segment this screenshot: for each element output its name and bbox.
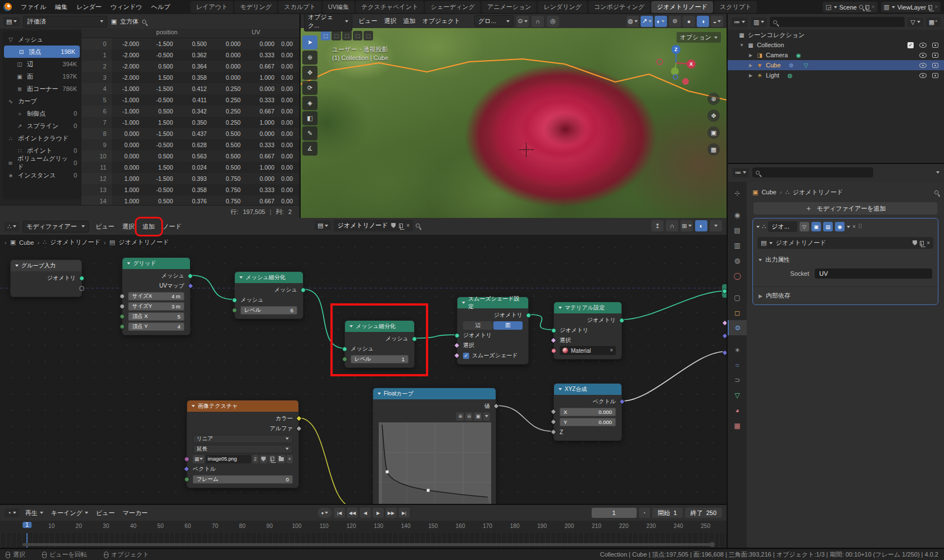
sidebar-item-面[interactable]: ▣面197K: [2, 70, 81, 83]
realtime-toggle[interactable]: ▤: [823, 222, 833, 231]
sidebar-item-ポイントクラウド[interactable]: ∴ポイントクラウド: [2, 132, 81, 144]
nodetree-icon[interactable]: ▤: [315, 221, 331, 230]
overlays-chevron-icon[interactable]: [710, 220, 722, 231]
field-サイズX[interactable]: サイズX4 m: [128, 292, 184, 301]
outliner-row-Camera[interactable]: ▶◨Camera◉: [728, 50, 944, 60]
node-combine-xyz[interactable]: XYZ合成ベクトルX0.000Y0.000Z: [553, 383, 622, 441]
node-header[interactable]: Floatカーブ: [373, 388, 496, 399]
field-フレーム[interactable]: フレーム0: [193, 475, 293, 484]
cursor-tool-icon[interactable]: ⊕: [302, 51, 317, 65]
properties-tab-output[interactable]: ▤: [728, 222, 747, 238]
node-image-texture[interactable]: 画像テクスチャカラーアルファリニア延長▦image05.png2×ベクトルフレー…: [187, 400, 299, 488]
zoom-out-icon[interactable]: ⊖: [465, 412, 473, 421]
outliner-row-シーンコレクション[interactable]: ▦シーンコレクション: [728, 30, 944, 40]
socket-uv-field[interactable]: UV: [815, 268, 932, 279]
socket-img[interactable]: [184, 457, 189, 462]
node-subdiv-1[interactable]: メッシュ細分化メッシュメッシュレベル6: [234, 271, 303, 319]
grid-toggle-icon[interactable]: ▦: [707, 143, 720, 156]
image-icon[interactable]: ▦: [193, 455, 205, 463]
modifier-name-field[interactable]: ジオ...: [768, 221, 797, 232]
measure-tool-icon[interactable]: ∡: [302, 142, 317, 156]
node-set-shade-smooth[interactable]: スムーズシェード設定ジオメトリ辺面ジオメトリ選択✓スムーズシェード: [457, 297, 529, 365]
current-frame-field[interactable]: 1: [592, 508, 637, 518]
zoom-icon[interactable]: ⊕: [707, 93, 720, 105]
render-toggle[interactable]: ◉: [835, 222, 845, 231]
sidebar-item-辺[interactable]: ◫辺394K: [2, 58, 81, 70]
socket-geo[interactable]: [619, 318, 624, 323]
transform-tool-icon[interactable]: ◧: [302, 111, 317, 125]
node-grid[interactable]: グリッドメッシュUVマップサイズX4 mサイズY3 m頂点 X5頂点 Y4: [122, 257, 190, 335]
cage-toggle[interactable]: ▣: [811, 222, 821, 231]
properties-tab-world[interactable]: ◯: [728, 268, 747, 283]
parent-tree-icon[interactable]: ↥: [651, 220, 664, 231]
pan-hand-icon[interactable]: ✥: [707, 110, 720, 122]
timeline-menu-ビュー[interactable]: ビュー: [93, 508, 119, 518]
socket-geo[interactable]: [551, 328, 556, 333]
node-header[interactable]: XYZ合成: [554, 384, 621, 395]
socket-geo[interactable]: [412, 336, 417, 342]
socket-int[interactable]: [232, 308, 237, 313]
annotate-tool-icon[interactable]: ✎: [302, 126, 317, 140]
outliner-row-Collection[interactable]: ▼▦Collection✓: [728, 40, 944, 50]
next-keyframe-button[interactable]: ▶▶: [385, 508, 397, 518]
socket-bd[interactable]: [453, 342, 460, 348]
auto-key-button[interactable]: ●: [317, 508, 332, 518]
editor-type-button[interactable]: ≔: [732, 168, 749, 177]
socket-fd[interactable]: [550, 408, 556, 415]
node-menu-選択[interactable]: 選択: [119, 221, 138, 232]
node-header[interactable]: 画像テクスチャ: [187, 400, 298, 412]
select-tool-icon[interactable]: ➤: [302, 35, 317, 49]
fake-user-shield-icon[interactable]: [260, 455, 267, 463]
fake-user-shield-icon[interactable]: [391, 223, 396, 228]
float-curve-widget[interactable]: [379, 422, 491, 504]
blender-logo-icon[interactable]: [3, 3, 12, 11]
material-field[interactable]: Material×: [560, 346, 616, 355]
socket-bd[interactable]: [721, 320, 727, 326]
node-header[interactable]: メッシュ細分化: [235, 272, 303, 283]
node-menu-ノード[interactable]: ノード: [160, 221, 185, 232]
eye-icon[interactable]: [919, 73, 927, 78]
copy-icon[interactable]: [865, 5, 869, 10]
gizmo-axis-negz[interactable]: [673, 74, 678, 80]
sidebar-item-制御点[interactable]: ○制御点0: [2, 107, 81, 120]
node-header[interactable]: グループ入力: [11, 260, 81, 271]
add-modifier-button[interactable]: ＋モディファイアーを追加: [754, 202, 937, 215]
select-mode-tweak-icon[interactable]: ⬚: [321, 31, 330, 40]
move-tool-icon[interactable]: ✥: [302, 66, 317, 80]
button-辺[interactable]: 辺: [463, 321, 493, 330]
socket-geo[interactable]: [301, 288, 306, 293]
socket-int[interactable]: [120, 324, 125, 329]
snap-mode-icon[interactable]: ⊞: [680, 220, 693, 231]
pin-icon[interactable]: [141, 19, 147, 24]
frame-end-field[interactable]: 終了250: [685, 508, 722, 518]
tab-レイアウト[interactable]: レイアウト: [190, 1, 233, 13]
node-header[interactable]: マテリアル設定: [554, 302, 621, 313]
menu-編集[interactable]: 編集: [51, 2, 72, 12]
viewport-menu-追加[interactable]: 追加: [400, 16, 419, 26]
edit-mode-toggle[interactable]: ▽: [800, 222, 809, 231]
socket-cd[interactable]: [296, 415, 302, 421]
viewport-menu-選択[interactable]: 選択: [381, 16, 400, 26]
viewport-menu-ビュー[interactable]: ビュー: [355, 16, 381, 26]
gizmo-toggle-icon[interactable]: ↗: [641, 16, 653, 27]
close-icon[interactable]: ×: [287, 455, 293, 463]
socket-geo[interactable]: [722, 289, 727, 294]
camera-view-icon[interactable]: ▣: [707, 126, 720, 139]
checkbox[interactable]: ✓: [907, 42, 914, 48]
node-group-selector[interactable]: ▤ ジオメトリノード ×: [757, 237, 933, 249]
gizmo-axis-negx[interactable]: [656, 58, 663, 65]
node-header[interactable]: グリッド: [122, 258, 190, 269]
properties-tab-data[interactable]: ▽: [728, 388, 747, 403]
filter-button[interactable]: ▽: [907, 17, 923, 27]
extras-chevron-icon[interactable]: [847, 226, 850, 228]
clipping-icon[interactable]: ▣: [474, 412, 482, 421]
render-camera-icon[interactable]: [932, 53, 938, 58]
sidebar-item-頂点[interactable]: ⊡頂点198K: [4, 45, 80, 58]
socket-geo[interactable]: [232, 298, 237, 303]
timeline-strip[interactable]: [0, 533, 727, 548]
viewport-3d[interactable]: オブジェク... ビュー選択追加オブジェクト グロ... ⊙ ∩ ◎ ◍ ↗ ◐…: [301, 14, 727, 218]
copy-icon[interactable]: [269, 455, 276, 463]
pin-icon[interactable]: [858, 4, 864, 10]
socket-bd[interactable]: [453, 352, 460, 358]
node-tree-datablock[interactable]: ▤ ジオメトリノード ×: [315, 220, 420, 231]
